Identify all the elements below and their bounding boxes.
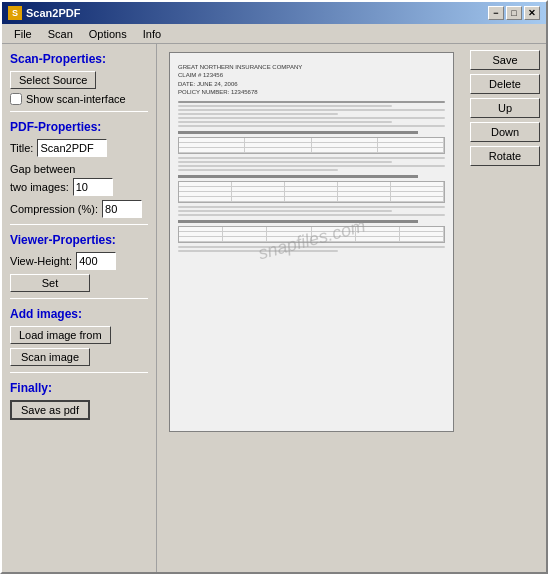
table-cell [179, 148, 245, 152]
table-cell [179, 197, 232, 201]
table-cell [245, 138, 311, 142]
select-source-button[interactable]: Select Source [10, 71, 96, 89]
table-cell [391, 187, 444, 191]
table-cell [391, 197, 444, 201]
down-button[interactable]: Down [470, 122, 540, 142]
table-row [179, 148, 444, 153]
separator-4 [10, 372, 148, 373]
show-scan-interface-row: Show scan-interface [10, 93, 148, 105]
table-cell [267, 232, 311, 236]
table-cell [312, 227, 356, 231]
right-panel: Save Delete Up Down Rotate [466, 44, 546, 572]
close-button[interactable]: ✕ [524, 6, 540, 20]
gap-section: Gap between two images: [10, 163, 148, 196]
title-row: Title: [10, 139, 148, 157]
table-cell [179, 138, 245, 142]
minimize-button[interactable]: − [488, 6, 504, 20]
show-scan-interface-checkbox[interactable] [10, 93, 22, 105]
menu-file[interactable]: File [6, 27, 40, 41]
table-cell [356, 237, 400, 241]
save-as-pdf-button[interactable]: Save as pdf [10, 400, 90, 420]
set-row: Set [10, 274, 148, 292]
load-image-row: Load image from [10, 326, 148, 344]
load-image-button[interactable]: Load image from [10, 326, 111, 344]
main-content: Scan-Properties: Select Source Show scan… [2, 44, 546, 572]
menu-info[interactable]: Info [135, 27, 169, 41]
table-cell [179, 237, 223, 241]
title-bar-buttons: − □ ✕ [488, 6, 540, 20]
table-cell [267, 237, 311, 241]
table-cell [285, 192, 338, 196]
menu-options[interactable]: Options [81, 27, 135, 41]
menu-bar: File Scan Options Info [2, 24, 546, 44]
table-cell [179, 182, 232, 186]
table-cell [378, 143, 444, 147]
doc-table-2 [178, 181, 445, 203]
add-images-heading: Add images: [10, 307, 148, 321]
table-cell [378, 148, 444, 152]
view-height-row: View-Height: [10, 252, 148, 270]
set-button[interactable]: Set [10, 274, 90, 292]
table-cell [232, 187, 285, 191]
table-cell [179, 227, 223, 231]
compression-row: Compression (%): [10, 200, 148, 218]
compression-label: Compression (%): [10, 203, 98, 215]
table-cell [312, 237, 356, 241]
doc-line [178, 105, 392, 107]
table-cell [391, 192, 444, 196]
show-scan-interface-label: Show scan-interface [26, 93, 126, 105]
table-cell [312, 143, 378, 147]
pdf-properties-heading: PDF-Properties: [10, 120, 148, 134]
table-cell [223, 227, 267, 231]
table-cell [338, 187, 391, 191]
up-button[interactable]: Up [470, 98, 540, 118]
doc-line [178, 250, 338, 252]
gap-row: two images: [10, 178, 148, 196]
table-cell [400, 227, 444, 231]
title-input[interactable] [37, 139, 107, 157]
table-cell [338, 182, 391, 186]
scan-image-button[interactable]: Scan image [10, 348, 90, 366]
scan-properties-heading: Scan-Properties: [10, 52, 148, 66]
document-lines: GREAT NORTHERN INSURANCE COMPANY CLAIM #… [170, 53, 453, 264]
table-row [179, 197, 444, 202]
rotate-button[interactable]: Rotate [470, 146, 540, 166]
document-content: GREAT NORTHERN INSURANCE COMPANY CLAIM #… [170, 53, 453, 431]
table-cell [179, 192, 232, 196]
doc-line [178, 246, 445, 248]
maximize-button[interactable]: □ [506, 6, 522, 20]
table-cell [312, 138, 378, 142]
scan-image-row: Scan image [10, 348, 148, 366]
save-button[interactable]: Save [470, 50, 540, 70]
doc-section [178, 131, 418, 134]
table-cell [245, 143, 311, 147]
table-cell [179, 143, 245, 147]
view-height-label: View-Height: [10, 255, 72, 267]
table-cell [356, 227, 400, 231]
table-cell [285, 182, 338, 186]
gap-label-2: two images: [10, 181, 69, 193]
gap-input[interactable] [73, 178, 113, 196]
doc-line [178, 169, 338, 171]
window-title: Scan2PDF [26, 7, 80, 19]
table-cell [232, 182, 285, 186]
title-label: Title: [10, 142, 33, 154]
title-bar: S Scan2PDF − □ ✕ [2, 2, 546, 24]
separator-1 [10, 111, 148, 112]
table-cell [223, 237, 267, 241]
doc-line [178, 165, 445, 167]
view-height-input[interactable] [76, 252, 116, 270]
doc-line [178, 109, 445, 111]
table-cell [312, 232, 356, 236]
menu-scan[interactable]: Scan [40, 27, 81, 41]
table-cell [356, 232, 400, 236]
title-bar-left: S Scan2PDF [8, 6, 80, 20]
table-cell [232, 192, 285, 196]
delete-button[interactable]: Delete [470, 74, 540, 94]
doc-header: GREAT NORTHERN INSURANCE COMPANY CLAIM #… [178, 63, 445, 97]
main-window: S Scan2PDF − □ ✕ File Scan Options Info … [0, 0, 548, 574]
table-cell [285, 187, 338, 191]
doc-table-3 [178, 226, 445, 243]
doc-table [178, 137, 445, 154]
compression-input[interactable] [102, 200, 142, 218]
